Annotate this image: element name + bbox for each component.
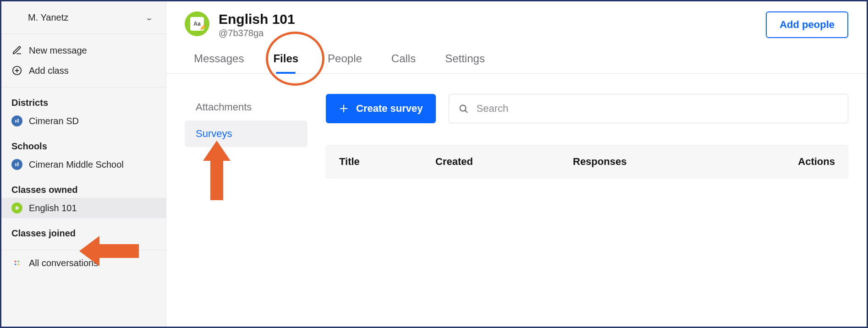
subnav-surveys[interactable]: Surveys [185, 120, 308, 147]
search-icon [458, 104, 468, 114]
col-header-responses: Responses [573, 156, 780, 168]
class-header: Aa English 101 @7b378ga Add people [166, 1, 867, 38]
svg-point-13 [17, 263, 19, 265]
classes-joined-heading: Classes joined [1, 218, 166, 241]
school-icon [11, 159, 22, 170]
col-header-title: Title [339, 156, 435, 168]
tab-people[interactable]: People [328, 52, 362, 73]
surveys-table: Title Created Responses Actions [326, 145, 848, 178]
chevron-down-icon: ⌄ [145, 13, 153, 22]
sidebar-school-item[interactable]: Cimeran Middle School [1, 154, 166, 175]
new-message-button[interactable]: New message [1, 40, 166, 60]
header-titles: English 101 @7b378ga [219, 11, 295, 38]
add-people-button[interactable]: Add people [766, 11, 848, 38]
pencil-icon [199, 22, 207, 33]
sidebar-class-english-101[interactable]: English 101 [1, 198, 166, 218]
svg-point-7 [16, 207, 19, 210]
tabs: Messages Files People Calls Settings [166, 38, 867, 74]
svg-rect-6 [17, 162, 18, 166]
class-title: English 101 [219, 11, 295, 27]
svg-point-11 [17, 261, 19, 262]
surveys-pane: Create survey Title Created Responses [326, 94, 848, 178]
class-avatar-card: Aa [190, 17, 204, 31]
svg-point-12 [15, 263, 16, 265]
plus-circle-icon [11, 65, 22, 76]
app-frame: M. Yanetz ⌄ New message Add class Distri… [0, 0, 868, 328]
compose-icon [11, 45, 22, 56]
school-name: Cimeran Middle School [29, 159, 124, 170]
tab-messages[interactable]: Messages [194, 52, 244, 73]
add-class-button[interactable]: Add class [1, 60, 166, 81]
svg-rect-5 [16, 164, 16, 166]
svg-line-17 [465, 110, 467, 113]
table-header-row: Title Created Responses Actions [326, 146, 848, 178]
svg-point-9 [17, 208, 18, 208]
svg-rect-4 [17, 119, 18, 122]
classes-owned-heading: Classes owned [1, 175, 166, 198]
schools-heading: Schools [1, 131, 166, 154]
all-conversations-link[interactable]: All conversations [1, 253, 166, 273]
all-conversations-label: All conversations [29, 258, 98, 268]
district-icon [11, 115, 22, 126]
class-owned-name: English 101 [29, 203, 77, 213]
grid-dots-icon [11, 257, 22, 268]
main-pane: Aa English 101 @7b378ga Add people Messa… [166, 1, 867, 327]
plus-icon [339, 104, 349, 114]
col-header-created: Created [435, 156, 573, 168]
tab-settings[interactable]: Settings [445, 52, 485, 73]
sidebar-bottom: All conversations [1, 250, 166, 273]
tab-files[interactable]: Files [273, 52, 298, 73]
tab-calls[interactable]: Calls [391, 52, 416, 73]
user-name: M. Yanetz [28, 12, 146, 23]
sidebar-district-item[interactable]: Cimeran SD [1, 111, 166, 131]
subnav-attachments[interactable]: Attachments [185, 94, 308, 120]
svg-rect-3 [16, 120, 16, 123]
district-name: Cimeran SD [29, 116, 79, 126]
content: Attachments Surveys Create survey [166, 74, 867, 178]
search-field[interactable] [449, 94, 848, 123]
class-avatar: Aa [185, 11, 209, 36]
add-class-label: Add class [29, 66, 69, 76]
user-switcher[interactable]: M. Yanetz ⌄ [1, 1, 166, 33]
files-subnav: Attachments Surveys [185, 94, 308, 178]
sidebar: M. Yanetz ⌄ New message Add class Distri… [1, 1, 166, 327]
pane-toolbar: Create survey [326, 94, 848, 123]
svg-point-10 [15, 261, 16, 262]
svg-point-8 [16, 208, 17, 208]
sidebar-actions: New message Add class [1, 33, 166, 87]
new-message-label: New message [29, 45, 87, 56]
class-handle: @7b378ga [219, 28, 295, 38]
districts-heading: Districts [1, 87, 166, 111]
search-input[interactable] [477, 103, 839, 115]
create-survey-label: Create survey [356, 103, 423, 115]
class-icon [11, 202, 22, 213]
create-survey-button[interactable]: Create survey [326, 94, 436, 123]
col-header-actions: Actions [780, 156, 835, 168]
